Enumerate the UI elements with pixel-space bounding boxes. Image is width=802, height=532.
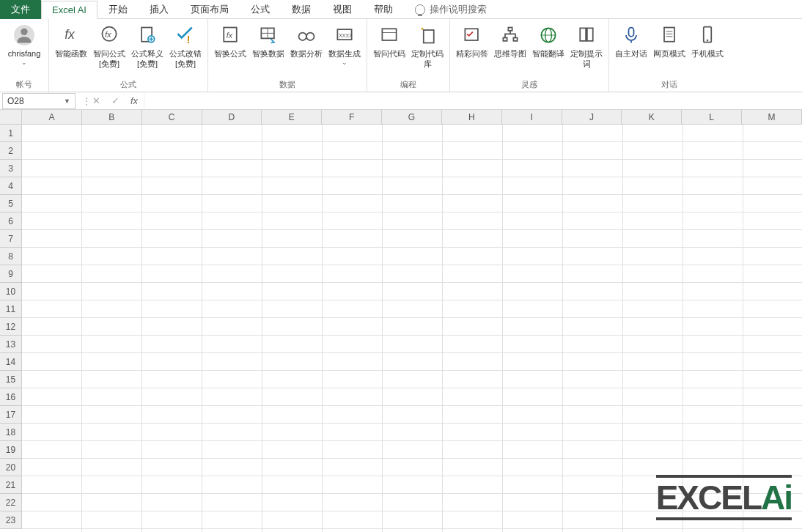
ask-formula-button[interactable]: fx 智问公式 [免费] [92, 22, 127, 78]
tab-data[interactable]: 数据 [281, 0, 322, 19]
translate-button[interactable]: 智能翻译 [531, 22, 566, 78]
row-header[interactable]: 3 [0, 160, 21, 177]
account-caret: ⌄ [21, 59, 27, 67]
row-header[interactable]: 4 [0, 177, 21, 195]
spreadsheet-grid[interactable]: ABCDEFGHIJKLM 12345678910111213141516171… [0, 110, 802, 532]
watermark-bar-bottom [656, 517, 792, 520]
row-header[interactable]: 18 [0, 424, 21, 441]
cancel-formula-button[interactable]: ✕ [87, 95, 106, 106]
qa-button[interactable]: 精彩问答 [455, 22, 490, 78]
row-headers[interactable]: 1234567891011121314151617181920212223 [0, 125, 22, 529]
row-header[interactable]: 21 [0, 476, 21, 494]
tell-me-search[interactable]: 操作说明搜索 [404, 0, 498, 19]
ask-code-button[interactable]: 智问代码 [372, 22, 407, 78]
swap-data-button[interactable]: 智换数据 [251, 22, 286, 78]
select-all-corner[interactable] [0, 110, 22, 125]
fx-icon: fx [59, 23, 83, 47]
book-icon [575, 23, 598, 47]
svg-rect-28 [587, 28, 593, 41]
svg-point-12 [299, 33, 307, 41]
insert-function-button[interactable]: fx [125, 95, 144, 106]
tab-insert[interactable]: 插入 [139, 0, 180, 19]
data-analyze-button[interactable]: 数据分析 [289, 22, 324, 78]
row-header[interactable]: 16 [0, 388, 21, 406]
row-header[interactable]: 1 [0, 125, 21, 142]
formula-explain-button[interactable]: 公式释义 [免费] [130, 22, 165, 78]
code-library-button[interactable]: 定制代码库 [410, 22, 445, 78]
row-header[interactable]: 13 [0, 336, 21, 353]
column-header[interactable]: A [22, 110, 82, 124]
doc-gear-icon [136, 23, 159, 47]
swap-formula-button[interactable]: fx 智换公式 [213, 22, 248, 78]
row-header[interactable]: 14 [0, 353, 21, 371]
ribbon-group-dialogue: 自主对话 网页模式 手机模式 对话 [609, 19, 729, 92]
row-header[interactable]: 20 [0, 459, 21, 476]
svg-rect-27 [580, 28, 586, 41]
svg-rect-30 [664, 28, 674, 42]
row-header[interactable]: 7 [0, 230, 21, 248]
row-header[interactable]: 6 [0, 213, 21, 230]
column-header[interactable]: G [382, 110, 442, 124]
row-header[interactable]: 2 [0, 142, 21, 160]
name-box-dropdown-icon: ▼ [64, 97, 70, 105]
tab-home[interactable]: 开始 [98, 0, 139, 19]
column-header[interactable]: D [202, 110, 262, 124]
tab-layout[interactable]: 页面布局 [180, 0, 240, 19]
web-mode-button[interactable]: 网页模式 [652, 22, 687, 78]
column-header[interactable]: B [82, 110, 142, 124]
account-button[interactable]: chrisfang ⌄ [4, 22, 44, 78]
row-header[interactable]: 23 [0, 511, 21, 529]
tab-excel-ai[interactable]: Excel AI [41, 1, 98, 19]
ribbon: chrisfang ⌄ 帐号 fx 智能函数 fx 智问公式 [免费] [0, 19, 802, 92]
formula-input[interactable] [144, 93, 802, 109]
column-header[interactable]: M [742, 110, 802, 124]
svg-rect-23 [513, 38, 517, 41]
tab-view[interactable]: 视图 [322, 0, 363, 19]
grid-check-icon [460, 23, 484, 47]
prompts-button[interactable]: 定制提示词 [569, 22, 604, 78]
group-label-data: 数据 [279, 78, 295, 90]
row-header[interactable]: 8 [0, 248, 21, 265]
row-header[interactable]: 17 [0, 406, 21, 424]
name-box[interactable]: O28 ▼ [2, 93, 76, 109]
column-header[interactable]: J [562, 110, 622, 124]
formula-fix-button[interactable]: ! 公式改错 [免费] [168, 22, 203, 78]
row-header[interactable]: 12 [0, 318, 21, 336]
svg-text:XXXX: XXXX [339, 33, 353, 38]
row-header[interactable]: 9 [0, 265, 21, 283]
row-header[interactable]: 22 [0, 494, 21, 511]
tab-formulas[interactable]: 公式 [240, 0, 281, 19]
column-header[interactable]: E [262, 110, 322, 124]
svg-rect-17 [382, 29, 396, 40]
smart-function-button[interactable]: fx 智能函数 [54, 22, 89, 78]
row-header[interactable]: 5 [0, 195, 21, 213]
svg-point-13 [306, 33, 314, 41]
mobile-mode-button[interactable]: 手机模式 [690, 22, 725, 78]
ribbon-group-data: fx 智换公式 智换数据 数据分析 XXXX 数据生成 ⌄ 数据 [208, 19, 367, 92]
column-header[interactable]: F [322, 110, 382, 124]
ribbon-group-account: chrisfang ⌄ 帐号 [0, 19, 49, 92]
auto-chat-button[interactable]: 自主对话 [614, 22, 649, 78]
fx-circle-icon: fx [98, 23, 121, 47]
row-header[interactable]: 15 [0, 371, 21, 388]
confirm-formula-button[interactable]: ✓ [106, 95, 125, 106]
column-header[interactable]: H [442, 110, 502, 124]
dropdown-caret-icon: ⌄ [342, 59, 347, 67]
group-label-programming: 编程 [400, 78, 416, 90]
svg-text:fx: fx [105, 30, 112, 39]
column-header[interactable]: L [682, 110, 742, 124]
data-generate-button[interactable]: XXXX 数据生成 ⌄ [327, 22, 362, 78]
row-header[interactable]: 19 [0, 441, 21, 459]
tab-file[interactable]: 文件 [0, 0, 41, 19]
column-headers[interactable]: ABCDEFGHIJKLM [22, 110, 802, 125]
column-header[interactable]: K [622, 110, 682, 124]
row-header[interactable]: 10 [0, 283, 21, 300]
watermark-text: EXCELAi [656, 481, 792, 514]
row-header[interactable]: 11 [0, 300, 21, 318]
mindmap-button[interactable]: 思维导图 [493, 22, 528, 78]
column-header[interactable]: C [142, 110, 202, 124]
grid-arrow-icon [257, 23, 280, 47]
tab-help[interactable]: 帮助 [363, 0, 404, 19]
column-header[interactable]: I [502, 110, 562, 124]
cells-area[interactable] [22, 125, 802, 532]
